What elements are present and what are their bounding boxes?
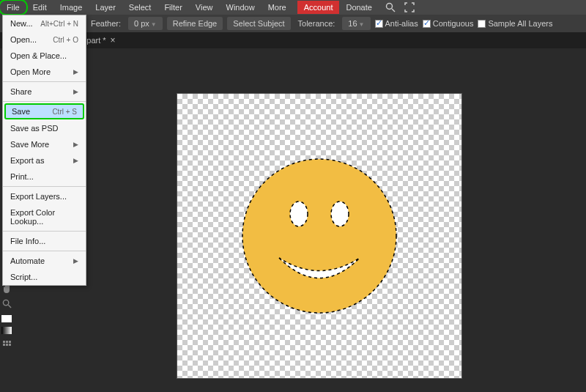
antialias-label: Anti-alias: [385, 19, 418, 28]
refine-edge-button[interactable]: Refine Edge: [167, 17, 223, 30]
menu-export-as[interactable]: Export as▶: [3, 152, 86, 169]
quickmask-icon[interactable]: [1, 337, 12, 349]
menubar: File Edit Image Layer Select Filter View…: [0, 0, 586, 15]
menu-open-more[interactable]: Open More▶: [3, 64, 86, 80]
menu-export-layers[interactable]: Export Layers...: [3, 188, 86, 204]
menu-print[interactable]: Print...: [3, 169, 86, 185]
transparency-background: [177, 93, 462, 379]
menu-save-psd[interactable]: Save as PSD: [3, 120, 86, 136]
document-tabs: free-smiley-face-clipart * ×: [0, 32, 586, 48]
foreground-color-swatch[interactable]: [1, 315, 12, 322]
search-icon[interactable]: [385, 1, 396, 13]
svg-line-1: [392, 9, 395, 12]
menu-save-more[interactable]: Save More▶: [3, 136, 86, 152]
menu-more[interactable]: More: [262, 1, 293, 14]
menu-file-info[interactable]: File Info...: [3, 233, 86, 249]
sample-all-label: Sample All Layers: [488, 19, 552, 28]
menu-view[interactable]: View: [189, 1, 220, 14]
menu-export-color-lookup[interactable]: Export Color Lookup...: [3, 204, 86, 229]
menu-select[interactable]: Select: [122, 1, 158, 14]
file-dropdown-menu: New...Alt+Ctrl + N Open...Ctrl + O Open …: [2, 15, 86, 286]
menu-open[interactable]: Open...Ctrl + O: [3, 32, 86, 48]
options-bar: Feather: 0 px▼ Refine Edge Select Subjec…: [0, 15, 586, 32]
fullscreen-icon[interactable]: [404, 1, 415, 13]
tolerance-value[interactable]: 16▼: [342, 17, 370, 30]
canvas[interactable]: [177, 93, 462, 379]
menu-account[interactable]: Account: [297, 1, 340, 14]
menu-automate[interactable]: Automate▶: [3, 253, 86, 269]
menu-divider: [3, 186, 86, 187]
svg-point-0: [386, 4, 392, 10]
svg-line-3: [8, 305, 11, 308]
svg-point-4: [242, 159, 396, 313]
menu-divider: [3, 101, 86, 102]
zoom-tool-icon[interactable]: [1, 297, 12, 309]
menu-save[interactable]: SaveCtrl + S: [4, 103, 84, 119]
tolerance-label: Tolerance:: [295, 19, 338, 28]
sample-all-checkbox[interactable]: [478, 20, 486, 28]
contiguous-label: Contiguous: [433, 19, 474, 28]
menu-layer[interactable]: Layer: [89, 1, 122, 14]
menu-edit[interactable]: Edit: [26, 1, 53, 14]
feather-label: Feather:: [88, 19, 124, 28]
menu-share[interactable]: Share▶: [3, 84, 86, 100]
contiguous-checkbox[interactable]: [423, 20, 431, 28]
smiley-image: [239, 155, 400, 317]
menu-divider: [3, 251, 86, 251]
menu-donate[interactable]: Donate: [339, 1, 378, 14]
menu-image[interactable]: Image: [53, 1, 89, 14]
menu-window[interactable]: Window: [220, 1, 262, 14]
antialias-checkbox[interactable]: [375, 20, 383, 28]
menu-divider: [3, 81, 86, 82]
feather-value[interactable]: 0 px▼: [128, 17, 163, 30]
menu-new[interactable]: New...Alt+Ctrl + N: [3, 15, 86, 32]
menu-file[interactable]: File: [0, 1, 26, 14]
menu-script[interactable]: Script...: [3, 269, 86, 285]
menu-divider: [3, 231, 86, 232]
close-icon[interactable]: ×: [111, 35, 116, 45]
svg-point-2: [3, 300, 8, 305]
menu-open-place[interactable]: Open & Place...: [3, 48, 86, 64]
gradient-swatch[interactable]: [1, 327, 12, 334]
menu-filter[interactable]: Filter: [157, 1, 188, 14]
select-subject-button[interactable]: Select Subject: [227, 17, 290, 30]
